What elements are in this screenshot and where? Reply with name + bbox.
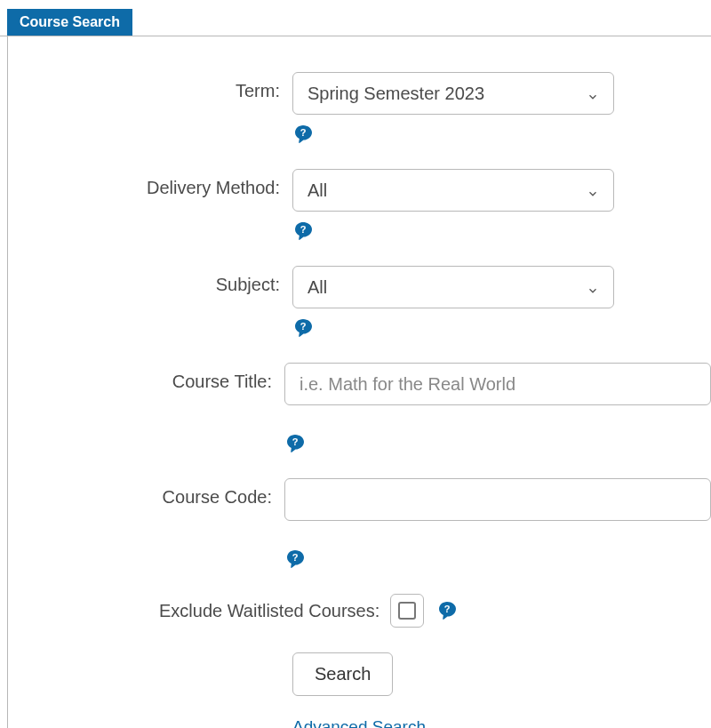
subject-select[interactable]: All xyxy=(292,266,614,308)
course-code-input[interactable] xyxy=(284,478,711,521)
exclude-waitlisted-label: Exclude Waitlisted Courses: xyxy=(159,601,379,621)
subject-label: Subject: xyxy=(8,266,292,295)
help-icon[interactable] xyxy=(436,600,458,621)
search-form-panel: Term: Spring Semester 2023 Delivery Meth… xyxy=(7,36,711,728)
subject-select-value: All xyxy=(308,277,327,298)
help-icon[interactable] xyxy=(292,317,314,339)
delivery-method-select[interactable]: All xyxy=(292,169,614,212)
chevron-down-icon xyxy=(587,184,599,196)
delivery-method-select-value: All xyxy=(308,180,327,201)
chevron-down-icon xyxy=(587,281,599,293)
term-select-value: Spring Semester 2023 xyxy=(308,84,484,104)
advanced-search-link[interactable]: Advanced Search xyxy=(292,717,711,728)
checkbox-inner xyxy=(398,602,416,620)
course-title-label: Course Title: xyxy=(8,363,284,392)
help-icon[interactable] xyxy=(292,124,314,145)
help-icon[interactable] xyxy=(292,220,314,242)
help-icon[interactable] xyxy=(284,548,306,570)
course-code-label: Course Code: xyxy=(8,478,284,508)
term-label: Term: xyxy=(8,72,292,101)
help-icon[interactable] xyxy=(284,433,306,454)
course-title-input[interactable] xyxy=(284,363,711,405)
tab-course-search[interactable]: Course Search xyxy=(7,9,132,36)
delivery-method-label: Delivery Method: xyxy=(8,169,292,198)
term-select[interactable]: Spring Semester 2023 xyxy=(292,72,614,115)
chevron-down-icon xyxy=(587,87,599,100)
exclude-waitlisted-checkbox[interactable] xyxy=(390,594,424,628)
search-button[interactable]: Search xyxy=(292,652,393,696)
